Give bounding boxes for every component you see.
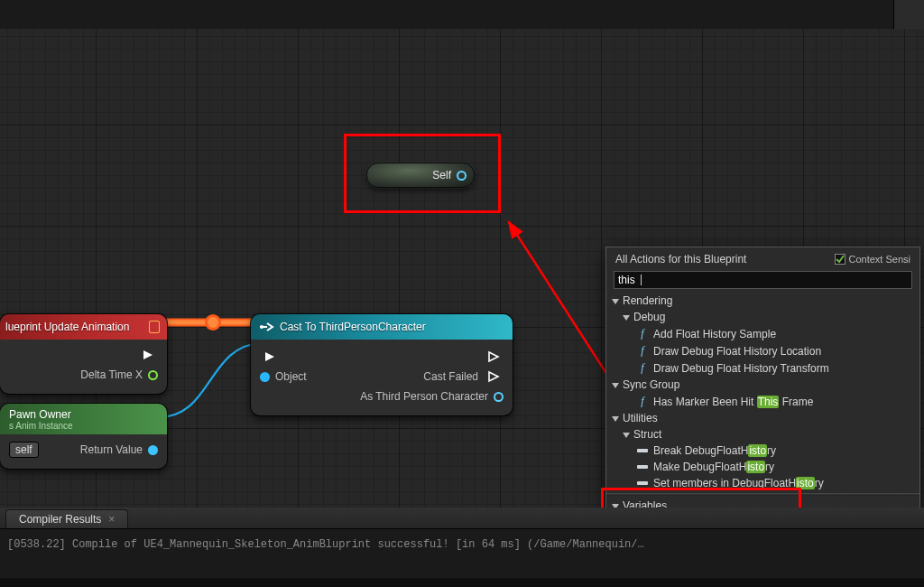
pawn-node-title: Pawn Owner [9, 408, 160, 421]
svg-marker-5 [489, 352, 498, 361]
context-action-tree: Rendering Debug fAdd Float History Sampl… [606, 291, 919, 532]
delta-time-label: Delta Time X [80, 368, 143, 381]
action-has-marker-been-hit[interactable]: fHas Marker Been Hit This Frame [606, 393, 919, 410]
pawn-node-header: Pawn Owner s Anim Instance [0, 404, 167, 434]
close-icon[interactable]: × [108, 513, 115, 526]
return-value-pin[interactable] [148, 445, 158, 455]
exec-out-pin[interactable] [142, 349, 154, 361]
context-search-text: this [614, 274, 637, 286]
context-sensitive-label: Context Sensi [849, 254, 910, 265]
cast-node-title: Cast To ThirdPersonCharacter [280, 321, 426, 333]
object-label: Object [275, 370, 307, 383]
category-struct[interactable]: Struct [606, 426, 919, 443]
svg-marker-4 [265, 352, 274, 361]
category-rendering[interactable]: Rendering [606, 293, 919, 309]
svg-point-3 [260, 325, 263, 329]
tab-strip: Compiler Results× [0, 508, 924, 529]
action-draw-debug-float-history-transform[interactable]: fDraw Debug Float History Transform [606, 359, 919, 377]
action-break-debugfloathistory[interactable]: Break DebugFloatHistory [606, 443, 919, 459]
action-add-float-history-sample[interactable]: fAdd Float History Sample [606, 325, 919, 342]
cast-icon [260, 321, 274, 332]
bookmark-icon [149, 321, 160, 333]
context-search-input[interactable]: this [614, 271, 912, 289]
compiler-log[interactable]: [0538.22] Compile of UE4_Mannequin_Skele… [0, 529, 924, 578]
action-set-members-debugfloathistory[interactable]: Set members in DebugFloatHistory [606, 475, 919, 491]
node-pawn-owner[interactable]: Pawn Owner s Anim Instance self Return V… [0, 404, 167, 469]
self-output-pin[interactable] [457, 171, 467, 181]
compiler-results-panel: Compiler Results× [0538.22] Compile of U… [0, 508, 924, 578]
cast-failed-label: Cast Failed [423, 370, 478, 383]
editor-top-strip [0, 0, 924, 29]
compiler-log-line: [0538.22] Compile of UE4_Mannequin_Skele… [7, 538, 644, 551]
object-in-pin[interactable] [260, 372, 270, 382]
svg-point-0 [205, 314, 221, 331]
cast-failed-pin[interactable] [487, 370, 500, 383]
tab-compiler-results[interactable]: Compiler Results× [5, 509, 128, 528]
category-utilities[interactable]: Utilities [606, 410, 919, 426]
target-self-chip[interactable]: self [9, 442, 39, 458]
as-character-label: As Third Person Character [360, 390, 488, 403]
as-character-pin[interactable] [494, 392, 504, 402]
blueprint-context-menu[interactable]: All Actions for this Blueprint Context S… [605, 247, 920, 536]
event-node-title: lueprint Update Animation [5, 321, 145, 333]
svg-marker-6 [489, 372, 498, 381]
tab-label: Compiler Results [19, 513, 101, 526]
svg-marker-2 [143, 350, 152, 359]
exec-in-pin[interactable] [263, 350, 276, 363]
context-menu-title: All Actions for this Blueprint [615, 253, 746, 266]
exec-out-pin[interactable] [487, 350, 500, 363]
event-node-header: lueprint Update Animation [0, 314, 167, 340]
node-event-update-animation[interactable]: lueprint Update Animation Delta Time X [0, 314, 167, 394]
node-self-label: Self [432, 169, 451, 182]
category-debug[interactable]: Debug [606, 309, 919, 325]
category-sync-group[interactable]: Sync Group [606, 377, 919, 393]
node-self[interactable]: Self [366, 163, 475, 188]
context-menu-title-row: All Actions for this Blueprint Context S… [606, 247, 919, 269]
delta-time-pin[interactable] [148, 370, 158, 380]
return-value-label: Return Value [80, 443, 143, 456]
node-cast-to-thirdpersoncharacter[interactable]: Cast To ThirdPersonCharacter Object Cast… [251, 314, 513, 415]
context-sensitive-checkbox[interactable]: Context Sensi [835, 254, 910, 265]
pawn-node-subtitle: s Anim Instance [9, 421, 160, 431]
action-draw-debug-float-history-location[interactable]: fDraw Debug Float History Location [606, 342, 919, 359]
cast-node-header: Cast To ThirdPersonCharacter [251, 314, 513, 340]
action-make-debugfloathistory[interactable]: Make DebugFloatHistory [606, 459, 919, 475]
svg-point-1 [208, 317, 218, 328]
